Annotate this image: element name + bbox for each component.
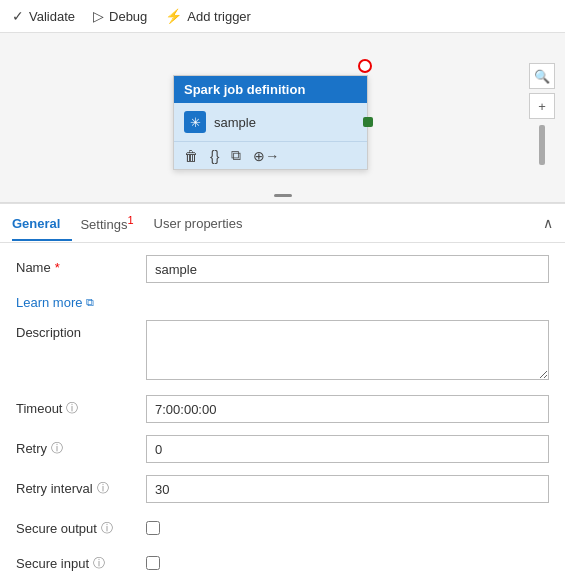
timeout-row: Timeout ⓘ xyxy=(16,395,549,423)
debug-button[interactable]: ▷ Debug xyxy=(93,8,147,24)
secure-input-label: Secure input ⓘ xyxy=(16,550,146,572)
timeout-label: Timeout ⓘ xyxy=(16,395,146,417)
tab-general-label: General xyxy=(12,216,60,231)
validate-icon: ✓ xyxy=(12,8,24,24)
node-body: ✳ sample xyxy=(174,103,367,141)
retry-info-icon[interactable]: ⓘ xyxy=(51,440,63,457)
retry-interval-control xyxy=(146,475,549,503)
node-green-indicator xyxy=(363,117,373,127)
retry-interval-info-icon[interactable]: ⓘ xyxy=(97,480,109,497)
copy-icon[interactable]: ⧉ xyxy=(231,147,241,164)
zoom-in-button[interactable]: + xyxy=(529,93,555,119)
validate-button[interactable]: ✓ Validate xyxy=(12,8,75,24)
retry-interval-label: Retry interval ⓘ xyxy=(16,475,146,497)
validate-label: Validate xyxy=(29,9,75,24)
tabs-row: General Settings1 User properties ∧ xyxy=(0,204,565,243)
retry-interval-row: Retry interval ⓘ xyxy=(16,475,549,503)
tab-settings-label: Settings xyxy=(80,217,127,232)
name-required: * xyxy=(55,260,60,275)
settings-badge: 1 xyxy=(127,214,133,226)
collapse-panel-icon[interactable]: ∧ xyxy=(543,215,553,231)
secure-output-label: Secure output ⓘ xyxy=(16,515,146,537)
external-link-icon: ⧉ xyxy=(86,296,94,309)
learn-more-link[interactable]: Learn more ⧉ xyxy=(16,295,549,310)
add-trigger-button[interactable]: ⚡ Add trigger xyxy=(165,8,251,24)
description-row: Description xyxy=(16,320,549,383)
retry-control xyxy=(146,435,549,463)
add-trigger-label: Add trigger xyxy=(187,9,251,24)
link-icon[interactable]: ⊕→ xyxy=(253,148,279,164)
delete-icon[interactable]: 🗑 xyxy=(184,148,198,164)
tab-user-properties-label: User properties xyxy=(154,216,243,231)
node-footer: 🗑 {} ⧉ ⊕→ xyxy=(174,141,367,169)
tab-general[interactable]: General xyxy=(12,206,72,241)
tab-settings[interactable]: Settings1 xyxy=(80,204,145,242)
bottom-panel: General Settings1 User properties ∧ Name… xyxy=(0,203,565,573)
secure-input-row: Secure input ⓘ xyxy=(16,550,549,573)
form-area: Name * Learn more ⧉ Description Timeout xyxy=(0,243,565,573)
collapse-icon xyxy=(274,194,292,197)
name-input[interactable] xyxy=(146,255,549,283)
zoom-slider[interactable] xyxy=(539,125,545,165)
secure-input-checkbox[interactable] xyxy=(146,556,160,570)
plus-icon: + xyxy=(538,99,546,114)
description-input[interactable] xyxy=(146,320,549,380)
canvas-right-tools: 🔍 + xyxy=(529,63,555,165)
timeout-control xyxy=(146,395,549,423)
node-header: Spark job definition xyxy=(174,76,367,103)
secure-output-checkbox[interactable] xyxy=(146,521,160,535)
node-card[interactable]: Spark job definition ✳ sample 🗑 {} ⧉ ⊕→ xyxy=(173,75,368,170)
name-label: Name * xyxy=(16,255,146,275)
code-icon[interactable]: {} xyxy=(210,148,219,164)
debug-icon: ▷ xyxy=(93,8,104,24)
secure-input-info-icon[interactable]: ⓘ xyxy=(93,555,105,572)
learn-more-label: Learn more xyxy=(16,295,82,310)
node-indicator xyxy=(358,59,372,73)
retry-row: Retry ⓘ xyxy=(16,435,549,463)
secure-output-control xyxy=(146,515,549,538)
spark-icon: ✳ xyxy=(184,111,206,133)
trigger-icon: ⚡ xyxy=(165,8,182,24)
node-title: Spark job definition xyxy=(184,82,305,97)
node-name: sample xyxy=(214,115,256,130)
description-label: Description xyxy=(16,320,146,340)
canvas-area: Spark job definition ✳ sample 🗑 {} ⧉ ⊕→ … xyxy=(0,33,565,203)
timeout-info-icon[interactable]: ⓘ xyxy=(66,400,78,417)
search-tool-button[interactable]: 🔍 xyxy=(529,63,555,89)
retry-interval-input[interactable] xyxy=(146,475,549,503)
name-control xyxy=(146,255,549,283)
debug-label: Debug xyxy=(109,9,147,24)
collapse-bar[interactable] xyxy=(268,188,298,202)
secure-input-control xyxy=(146,550,549,573)
search-icon: 🔍 xyxy=(534,69,550,84)
secure-output-info-icon[interactable]: ⓘ xyxy=(101,520,113,537)
timeout-input[interactable] xyxy=(146,395,549,423)
retry-input[interactable] xyxy=(146,435,549,463)
tab-user-properties[interactable]: User properties xyxy=(154,206,255,241)
name-row: Name * xyxy=(16,255,549,283)
toolbar: ✓ Validate ▷ Debug ⚡ Add trigger xyxy=(0,0,565,33)
retry-label: Retry ⓘ xyxy=(16,435,146,457)
secure-output-row: Secure output ⓘ xyxy=(16,515,549,538)
description-control xyxy=(146,320,549,383)
